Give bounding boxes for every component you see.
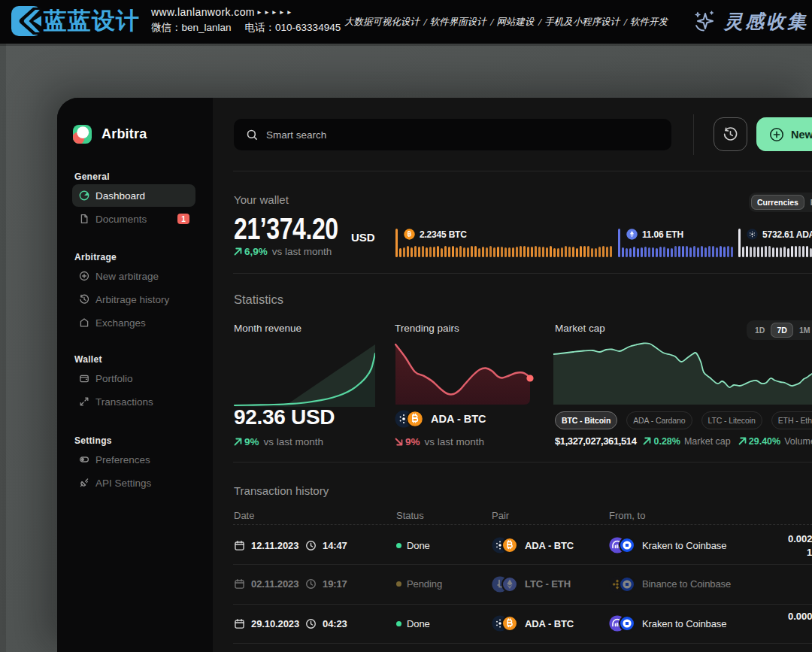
trending-pair-icons <box>395 410 424 428</box>
history-icon <box>79 294 89 305</box>
route-icons <box>609 537 635 553</box>
sidebar-item-api-settings[interactable]: API Settings <box>72 472 195 494</box>
sidebar-item-dashboard[interactable]: Dashboard <box>72 184 195 207</box>
pair-icons <box>492 615 518 632</box>
tx-pair: LTC - ETH <box>525 578 571 590</box>
sidebar-item-label: Transactions <box>95 396 153 408</box>
wallet-trend-rest: vs last month <box>272 246 332 257</box>
range-7d[interactable]: 7D <box>771 323 792 338</box>
sidebar-item-arbitrage-history[interactable]: Arbitrage history <box>72 288 195 311</box>
pair-icons <box>492 537 518 553</box>
coin-pill-ada[interactable]: ADA - Cardano <box>626 411 692 429</box>
arrow-up-right-icon <box>643 437 651 445</box>
sidebar-item-preferences[interactable]: Preferences <box>72 448 195 471</box>
btc-icon <box>404 229 415 240</box>
transaction-row[interactable]: 29.10.202304:23DoneADA - BTCKraken to Co… <box>233 604 812 643</box>
transaction-row[interactable]: 02.11.202319:17PendingLTC - ETHBinance t… <box>233 564 812 604</box>
history-button[interactable] <box>714 117 747 151</box>
sidebar-group-label: General <box>74 171 110 182</box>
ada-icon <box>747 229 758 240</box>
market-cap-title: Market cap <box>555 323 605 334</box>
sidebar-item-transactions[interactable]: Transactions <box>72 390 195 413</box>
trending-trend: 9% vs last month <box>395 436 484 447</box>
site-nav-item[interactable]: 大数据可视化设计 <box>344 16 420 27</box>
market-cap-value: $1,327,027,361,514 <box>555 435 636 447</box>
wechat-contact: 微信：ben_lanlan <box>151 22 232 33</box>
tx-pair: ADA - BTC <box>525 618 574 629</box>
site-nav-item[interactable]: 网站建设 <box>496 16 534 27</box>
tx-date: 12.11.2023 <box>251 540 298 551</box>
section-divider <box>233 171 812 171</box>
market-cap-range-segmented: 1D7D1M <box>747 320 812 340</box>
sidebar-item-documents[interactable]: Documents1 <box>72 208 195 230</box>
site-nav-item[interactable]: 软件开发 <box>630 16 668 27</box>
trending-pair: ADA - BTC <box>395 410 486 428</box>
wallet-amount: 21’374.20 USD <box>234 212 364 246</box>
calendar-icon <box>234 618 245 629</box>
coinbase-icon <box>619 537 635 553</box>
wallet-trend: 6,9% vs last month <box>234 246 332 257</box>
toggle-icon <box>79 454 89 465</box>
section-divider <box>233 273 812 274</box>
trending-pairs-chart <box>395 344 535 408</box>
brand-name: Arbitra <box>102 126 147 142</box>
search-placeholder: Smart search <box>266 129 326 141</box>
coin-pill-ltc[interactable]: LTC - Litecoin <box>701 411 762 429</box>
transaction-row[interactable]: 12.11.202314:47DoneADA - BTCKraken to Co… <box>233 526 812 564</box>
tx-route: Kraken to Coinbase <box>642 540 726 551</box>
sidebar-item-portfolio[interactable]: Portfolio <box>72 367 195 390</box>
pie-icon <box>79 190 89 201</box>
holding-eth: 11.06 ETH <box>618 229 738 257</box>
site-nav-item[interactable]: 手机及小程序设计 <box>544 16 620 27</box>
coin-pill-eth[interactable]: ETH - Ethereum <box>771 411 812 429</box>
clock-icon <box>305 578 317 590</box>
sidebar-item-label: Preferences <box>95 454 150 465</box>
search-input[interactable]: Smart search <box>234 119 671 150</box>
dashboard-window: Arbitra GeneralDashboardDocuments1Arbitr… <box>57 98 812 652</box>
phone-contact: 电话：010-63334945 <box>245 22 341 33</box>
trending-pairs-title: Trending pairs <box>395 323 459 334</box>
plug-icon <box>79 478 89 488</box>
brand: Arbitra <box>73 125 147 144</box>
tx-time: 04:23 <box>323 618 347 629</box>
sidebar-item-label: Exchanges <box>95 317 146 329</box>
file-icon <box>79 214 89 224</box>
trending-trend-rest: vs last month <box>425 436 485 447</box>
nav-separator: / <box>538 17 541 27</box>
month-revenue-trend-rest: vs last month <box>264 436 324 447</box>
sidebar-item-new-arbitrage[interactable]: New arbitrage <box>72 265 195 287</box>
tx-amount: 0.0000 <box>788 611 812 622</box>
btc-icon <box>501 537 518 553</box>
holding-marker <box>395 229 398 257</box>
route-icons <box>609 576 635 593</box>
column-header-status: Status <box>396 510 424 521</box>
inspiration-link[interactable]: 灵感收集 <box>691 8 808 35</box>
sidebar-group-label: Arbitrage <box>74 252 117 262</box>
documents-badge: 1 <box>177 214 189 224</box>
nav-separator: / <box>423 17 426 27</box>
new-arbitrage-button[interactable]: New arbitrage <box>756 117 812 151</box>
btc-icon <box>406 410 424 428</box>
inspiration-label[interactable]: 灵感收集 <box>724 9 808 34</box>
section-divider <box>233 462 812 462</box>
range-1d[interactable]: 1D <box>749 323 771 338</box>
sidebar-item-exchanges[interactable]: Exchanges <box>72 311 195 334</box>
market-cap-pills: BTC - BitcoinADA - CardanoLTC - Litecoin… <box>555 411 812 429</box>
sparkle-star-icon <box>691 8 718 35</box>
clock-icon <box>305 540 317 551</box>
wallet-view-segmented: CurrenciesExchanges <box>749 193 812 212</box>
wallet-view-exchanges[interactable]: Exchanges <box>804 195 812 210</box>
tx-amount-2: 1 <box>807 547 812 558</box>
statistics-section-title: Statistics <box>234 293 283 307</box>
wallet-view-currencies[interactable]: Currencies <box>751 195 804 210</box>
transactions-section-title: Transaction history <box>234 484 329 497</box>
site-nav-item[interactable]: 软件界面设计 <box>430 16 486 27</box>
month-revenue-value: 92.36 USD <box>234 405 335 429</box>
range-1m[interactable]: 1M <box>793 323 812 338</box>
tx-status: Done <box>407 618 430 629</box>
coin-pill-btc[interactable]: BTC - Bitcoin <box>555 411 617 429</box>
site-url[interactable]: www.lanlanwork.com <box>151 6 255 18</box>
status-dot <box>396 581 401 587</box>
new-arbitrage-label: New arbitrage <box>791 129 812 141</box>
arrow-down-right-icon <box>395 438 403 446</box>
